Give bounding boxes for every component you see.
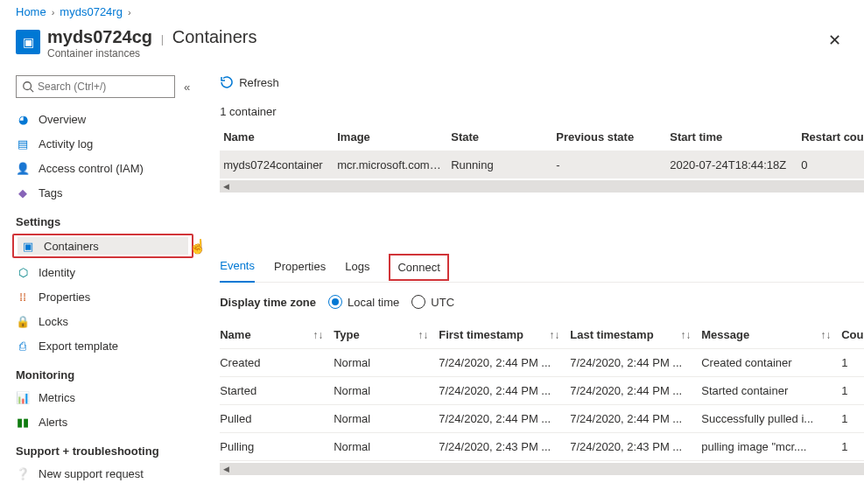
event-cell-type: Normal: [334, 356, 439, 369]
sidebar-item-containers[interactable]: ▣Containers: [18, 237, 188, 255]
sidebar-item-access-control[interactable]: 👤Access control (IAM): [0, 156, 204, 180]
sidebar: « ◕Overview ▤Activity log 👤Access contro…: [0, 70, 204, 504]
overview-icon: ◕: [16, 112, 30, 126]
tab-properties[interactable]: Properties: [274, 253, 326, 282]
event-cell-count: 1: [841, 384, 864, 397]
event-cell-last: 7/24/2020, 2:43 PM ...: [570, 440, 701, 453]
event-cell-count: 1: [841, 356, 864, 369]
time-zone-selector: Display time zone Local time UTC: [220, 283, 864, 321]
tab-logs[interactable]: Logs: [345, 253, 369, 282]
sidebar-item-properties[interactable]: ⁞⁞Properties: [0, 284, 204, 309]
access-control-icon: 👤: [16, 161, 30, 175]
col-state[interactable]: State: [447, 130, 552, 144]
sidebar-item-activity-log[interactable]: ▤Activity log: [0, 131, 204, 156]
horizontal-scrollbar[interactable]: ◀▶: [220, 463, 864, 475]
properties-icon: ⁞⁞: [16, 290, 30, 304]
sort-icon: ↑↓: [549, 329, 559, 341]
sidebar-item-label: Tags: [39, 186, 62, 200]
sort-icon: ↑↓: [680, 329, 691, 341]
ecol-count[interactable]: Count: [841, 328, 864, 341]
event-cell-name: Pulled: [220, 412, 334, 425]
ecol-type[interactable]: Type↑↓: [334, 328, 439, 341]
resource-type-label: Container instances: [47, 47, 256, 60]
page-header: ▣ myds0724cg | Containers Container inst…: [0, 24, 864, 70]
identity-icon: ⬡: [16, 265, 30, 279]
event-cell-msg: Created container: [701, 356, 841, 369]
event-cell-msg: Started container: [701, 384, 841, 397]
chevron-right-icon: ›: [52, 7, 55, 18]
breadcrumb-home[interactable]: Home: [16, 5, 46, 18]
cell-name: myds0724container: [220, 158, 334, 172]
col-image[interactable]: Image: [334, 130, 447, 144]
tab-events[interactable]: Events: [220, 252, 255, 283]
ecol-message[interactable]: Message↑↓: [701, 328, 841, 341]
event-row[interactable]: PulledNormal7/24/2020, 2:44 PM ...7/24/2…: [220, 405, 864, 433]
ecol-first-timestamp[interactable]: First timestamp↑↓: [439, 328, 570, 341]
col-restart-count[interactable]: Restart count: [797, 130, 864, 144]
collapse-sidebar-button[interactable]: «: [184, 80, 190, 94]
event-row[interactable]: StartedNormal7/24/2020, 2:44 PM ...7/24/…: [220, 377, 864, 405]
event-cell-name: Started: [220, 384, 334, 397]
radio-local-time[interactable]: Local time: [328, 295, 399, 309]
sidebar-item-metrics[interactable]: 📊Metrics: [0, 385, 204, 410]
sort-icon: ↑↓: [418, 329, 428, 341]
col-start-time[interactable]: Start time: [666, 130, 797, 144]
sidebar-item-identity[interactable]: ⬡Identity: [0, 260, 204, 284]
sidebar-item-alerts[interactable]: ▮▮Alerts: [0, 410, 204, 434]
search-icon: [22, 80, 34, 93]
alerts-icon: ▮▮: [16, 415, 30, 429]
col-previous-state[interactable]: Previous state: [552, 130, 666, 144]
event-row[interactable]: PullingNormal7/24/2020, 2:43 PM ...7/24/…: [220, 433, 864, 461]
cell-state: Running: [447, 158, 552, 172]
sidebar-item-label: Activity log: [39, 137, 93, 150]
sidebar-item-label: Containers: [44, 240, 99, 253]
refresh-button[interactable]: Refresh: [220, 75, 279, 89]
col-name[interactable]: Name: [220, 130, 334, 144]
sidebar-item-label: Metrics: [39, 391, 75, 404]
event-row[interactable]: CreatedNormal7/24/2020, 2:44 PM ...7/24/…: [220, 349, 864, 377]
event-cell-count: 1: [841, 440, 864, 453]
cell-start-time: 2020-07-24T18:44:18Z: [666, 158, 797, 172]
containers-table: Name Image State Previous state Start ti…: [220, 123, 864, 192]
title-separator: |: [161, 32, 164, 46]
event-cell-msg: pulling image "mcr....: [701, 440, 841, 453]
event-cell-type: Normal: [334, 440, 439, 453]
event-cell-last: 7/24/2020, 2:44 PM ...: [570, 384, 701, 397]
sidebar-item-new-support-request[interactable]: ❔New support request: [0, 461, 204, 486]
export-template-icon: ⎙: [16, 339, 30, 353]
activity-log-icon: ▤: [16, 136, 30, 150]
close-button[interactable]: ✕: [821, 27, 848, 53]
container-count-text: 1 container: [220, 102, 864, 123]
event-cell-first: 7/24/2020, 2:44 PM ...: [439, 384, 570, 397]
breadcrumb-parent[interactable]: myds0724rg: [60, 5, 123, 18]
horizontal-scrollbar[interactable]: ◀▶: [220, 180, 864, 192]
sidebar-item-overview[interactable]: ◕Overview: [0, 107, 204, 131]
event-cell-first: 7/24/2020, 2:43 PM ...: [439, 440, 570, 453]
event-cell-type: Normal: [334, 384, 439, 397]
tab-connect[interactable]: Connect: [389, 254, 448, 281]
resource-type-icon: ▣: [16, 30, 40, 54]
sidebar-item-tags[interactable]: ◆Tags: [0, 180, 204, 205]
sidebar-item-label: New support request: [39, 467, 144, 480]
svg-line-1: [31, 89, 34, 93]
detail-tabs: Events Properties Logs Connect: [220, 245, 864, 283]
highlight-containers: ▣Containers: [12, 234, 193, 258]
sidebar-item-label: Access control (IAM): [39, 162, 144, 175]
sidebar-search[interactable]: [16, 75, 175, 98]
event-cell-last: 7/24/2020, 2:44 PM ...: [570, 412, 701, 425]
sidebar-item-locks[interactable]: 🔒Locks: [0, 309, 204, 333]
sidebar-item-label: Overview: [39, 113, 86, 126]
container-row[interactable]: myds0724container mcr.microsoft.com/a...…: [220, 151, 864, 178]
ecol-name[interactable]: Name↑↓: [220, 328, 334, 341]
scroll-left-icon[interactable]: ◀: [220, 180, 232, 192]
cell-previous-state: -: [552, 158, 666, 172]
radio-label: Local time: [348, 296, 399, 309]
ecol-last-timestamp[interactable]: Last timestamp↑↓: [570, 328, 701, 341]
search-input[interactable]: [38, 80, 169, 93]
sidebar-item-export-template[interactable]: ⎙Export template: [0, 333, 204, 358]
sort-icon: ↑↓: [820, 329, 831, 341]
locks-icon: 🔒: [16, 314, 30, 328]
event-cell-msg: Successfully pulled i...: [701, 412, 841, 425]
scroll-left-icon[interactable]: ◀: [220, 463, 232, 475]
radio-utc[interactable]: UTC: [411, 295, 454, 309]
